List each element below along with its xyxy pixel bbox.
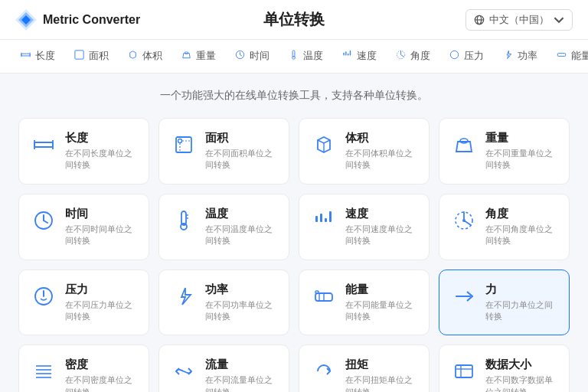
- density-desc: 在不同密度单位之间转换: [65, 374, 138, 392]
- length-nav-icon: [20, 49, 31, 63]
- nav-tab-pressure[interactable]: 压力: [441, 40, 492, 74]
- torque-icon: [310, 358, 338, 385]
- svg-rect-6: [21, 54, 30, 56]
- svg-line-22: [401, 54, 404, 57]
- angle-title: 角度: [485, 207, 558, 221]
- energy-nav-icon: [556, 49, 567, 63]
- svg-rect-18: [348, 54, 348, 55]
- volume-nav-label: 体积: [142, 49, 162, 63]
- card-volume[interactable]: 体积在不同体积单位之间转换: [299, 118, 430, 185]
- svg-rect-64: [456, 365, 472, 377]
- logo-icon: [15, 9, 37, 31]
- area-title: 面积: [205, 131, 278, 145]
- nav-tab-length[interactable]: 长度: [12, 40, 63, 74]
- svg-rect-16: [343, 52, 344, 55]
- datasize-title: 数据大小: [485, 358, 558, 372]
- svg-line-40: [44, 220, 47, 223]
- power-desc: 在不同功率单位之间转换: [205, 299, 278, 323]
- nav-tab-energy[interactable]: 能量: [548, 40, 588, 74]
- card-torque[interactable]: 扭矩在不同扭矩单位之间转换: [299, 345, 430, 392]
- main-content: 一个功能强大的在线单位转换工具，支持各种单位转换。 长度在不同长度单位之间转换面…: [0, 74, 588, 392]
- volume-desc: 在不同体积单位之间转换: [345, 148, 418, 172]
- angle-nav-icon: [395, 49, 407, 63]
- nav-tab-time[interactable]: 时间: [227, 40, 277, 74]
- pressure-nav-icon: [449, 49, 460, 63]
- nav-tab-speed[interactable]: 速度: [334, 40, 384, 74]
- card-speed[interactable]: 速度在不同速度单位之间转换: [299, 194, 430, 260]
- datasize-icon: [450, 358, 478, 385]
- flow-desc: 在不同流量单位之间转换: [205, 374, 278, 392]
- power-icon: [170, 283, 198, 310]
- card-power[interactable]: 功率在不同功率单位之间转换: [158, 270, 289, 336]
- card-datasize[interactable]: 数据大小在不同数字数据单位之间转换: [439, 345, 570, 392]
- volume-nav-icon: [127, 49, 139, 63]
- torque-title: 扭矩: [345, 358, 418, 372]
- svg-rect-48: [329, 211, 332, 222]
- nav-tabs: 长度面积体积重量时间温度速度角度压力功率能量力密度›: [0, 40, 588, 74]
- card-area[interactable]: 面积在不同面积单位之间转换: [158, 118, 289, 185]
- svg-line-13: [240, 54, 242, 55]
- svg-point-37: [460, 139, 468, 143]
- speed-desc: 在不同速度单位之间转换: [345, 224, 418, 247]
- pressure-nav-label: 压力: [464, 49, 484, 63]
- temp-icon: [170, 207, 198, 234]
- card-temp[interactable]: 温度在不同温度单位之间转换: [158, 194, 289, 260]
- svg-rect-46: [320, 214, 322, 222]
- area-desc: 在不同面积单位之间转换: [205, 148, 278, 172]
- card-density[interactable]: 密度在不同密度单位之间转换: [18, 345, 149, 392]
- power-nav-icon: [502, 49, 514, 63]
- svg-point-23: [450, 51, 458, 58]
- angle-icon: [450, 207, 478, 234]
- svg-rect-24: [557, 53, 565, 56]
- svg-rect-45: [315, 216, 318, 222]
- card-energy[interactable]: 能量在不同能量单位之间转换: [299, 270, 430, 336]
- length-icon: [30, 131, 57, 158]
- length-title: 长度: [65, 131, 138, 145]
- nav-tab-angle[interactable]: 角度: [387, 40, 438, 74]
- subtitle: 一个功能强大的在线单位转换工具，支持各种单位转换。: [18, 89, 570, 103]
- logo-area: Metric Converter: [15, 9, 140, 31]
- card-force[interactable]: 力在不同力单位之间转换: [439, 270, 570, 336]
- area-icon: [170, 131, 198, 158]
- nav-tab-power[interactable]: 功率: [495, 40, 545, 74]
- volume-icon: [310, 131, 338, 158]
- svg-rect-29: [34, 142, 53, 147]
- language-selector[interactable]: 中文（中国）: [466, 9, 573, 31]
- temp-title: 温度: [205, 207, 278, 221]
- logo-text: Metric Converter: [43, 13, 140, 27]
- energy-desc: 在不同能量单位之间转换: [345, 299, 418, 323]
- nav-tab-volume[interactable]: 体积: [119, 40, 170, 74]
- length-nav-label: 长度: [35, 49, 55, 63]
- time-icon: [30, 207, 57, 234]
- time-desc: 在不同时间单位之间转换: [65, 224, 138, 247]
- force-desc: 在不同力单位之间转换: [485, 299, 558, 323]
- card-flow[interactable]: 流量在不同流量单位之间转换: [158, 345, 289, 392]
- datasize-desc: 在不同数字数据单位之间转换: [485, 374, 558, 392]
- card-weight[interactable]: 重量在不同重量单位之间转换: [439, 118, 570, 185]
- svg-rect-19: [350, 50, 351, 55]
- weight-icon: [450, 131, 478, 158]
- card-time[interactable]: 时间在不同时间单位之间转换: [18, 194, 149, 260]
- area-nav-label: 面积: [89, 49, 109, 63]
- weight-nav-icon: [181, 49, 192, 63]
- svg-rect-58: [315, 291, 318, 293]
- card-pressure[interactable]: 压力在不同压力单位之间转换: [18, 270, 149, 336]
- energy-title: 能量: [345, 283, 418, 297]
- card-angle[interactable]: 角度在不同角度单位之间转换: [439, 194, 570, 260]
- svg-point-52: [462, 219, 466, 222]
- speed-nav-icon: [341, 49, 353, 63]
- nav-tab-weight[interactable]: 重量: [173, 40, 224, 74]
- area-nav-icon: [74, 49, 85, 63]
- pressure-title: 压力: [65, 283, 138, 297]
- force-title: 力: [485, 283, 558, 297]
- energy-icon: [310, 283, 338, 310]
- card-length[interactable]: 长度在不同长度单位之间转换: [18, 118, 149, 185]
- power-title: 功率: [205, 283, 278, 297]
- speed-title: 速度: [345, 207, 418, 221]
- nav-tab-temp[interactable]: 温度: [280, 40, 331, 74]
- speed-nav-label: 速度: [357, 49, 377, 63]
- nav-tab-area[interactable]: 面积: [66, 40, 116, 74]
- angle-desc: 在不同角度单位之间转换: [485, 224, 558, 247]
- svg-point-33: [178, 139, 182, 143]
- force-icon: [450, 283, 478, 310]
